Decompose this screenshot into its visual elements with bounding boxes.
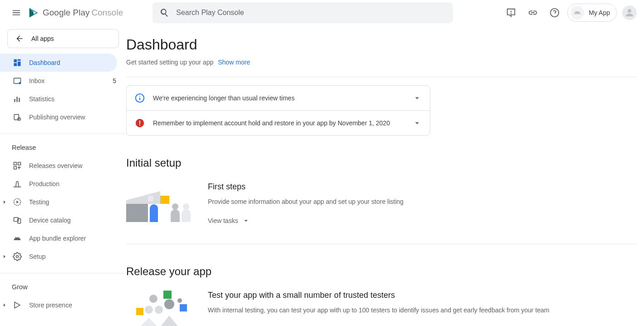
card-test-app: Test your app with a small number of tru… — [126, 291, 637, 326]
sidebar-item-publishing[interactable]: Publishing overview — [0, 108, 126, 126]
account-avatar[interactable] — [622, 5, 637, 20]
svg-point-36 — [183, 203, 189, 210]
app-bundle-icon — [12, 234, 23, 243]
sidebar-item-production[interactable]: Production — [0, 175, 126, 193]
svg-point-40 — [177, 298, 182, 303]
publishing-icon — [12, 113, 23, 122]
card-description: Provide some information about your app … — [208, 197, 580, 207]
android-icon — [573, 8, 582, 17]
info-icon — [135, 93, 145, 103]
svg-rect-11 — [14, 99, 15, 102]
help-button[interactable] — [546, 4, 564, 22]
svg-rect-27 — [139, 121, 140, 124]
chevron-right-icon — [2, 302, 7, 308]
svg-rect-37 — [163, 291, 172, 299]
hamburger-menu-button[interactable] — [7, 4, 25, 22]
show-more-link[interactable]: Show more — [218, 59, 250, 66]
sidebar-item-label: Production — [29, 180, 119, 188]
svg-point-4 — [628, 9, 631, 13]
all-apps-label: All apps — [31, 35, 54, 42]
person-icon — [624, 7, 635, 18]
svg-point-38 — [149, 295, 157, 303]
section-heading-setup: Initial setup — [126, 157, 637, 169]
chevron-right-icon — [2, 199, 7, 205]
sidebar-item-device-catalog[interactable]: Device catalog — [0, 211, 126, 229]
svg-point-25 — [139, 96, 140, 97]
inbox-badge: 5 — [113, 77, 116, 84]
sidebar-item-dashboard[interactable]: Dashboard — [0, 54, 117, 72]
sidebar-item-label: Testing — [29, 198, 119, 206]
svg-point-43 — [155, 306, 163, 314]
search-icon — [160, 8, 170, 18]
svg-rect-41 — [180, 304, 187, 311]
alert-info[interactable]: We're experiencing longer than usual rev… — [127, 86, 430, 110]
svg-point-42 — [145, 306, 153, 314]
sidebar-item-statistics[interactable]: Statistics — [0, 90, 126, 108]
header-actions: My App — [502, 4, 637, 22]
play-logo-icon — [27, 6, 40, 19]
svg-rect-6 — [18, 59, 21, 61]
svg-point-35 — [172, 203, 178, 210]
main-content: Dashboard Get started setting up your ap… — [126, 25, 644, 326]
arrow-left-icon — [15, 34, 24, 43]
svg-rect-16 — [14, 163, 17, 165]
svg-rect-34 — [153, 196, 159, 201]
alerts-panel: We're experiencing longer than usual rev… — [126, 85, 430, 136]
alert-message: Remember to implement account hold and r… — [153, 119, 404, 127]
svg-rect-44 — [136, 308, 143, 315]
sidebar-item-label: Inbox — [29, 77, 113, 84]
sidebar-item-setup[interactable]: Setup — [0, 247, 126, 266]
section-title-release: Release — [0, 141, 126, 157]
feedback-icon — [506, 8, 516, 18]
alert-error[interactable]: Remember to implement account hold and r… — [127, 110, 430, 135]
hamburger-icon — [11, 8, 21, 18]
link-icon — [528, 8, 538, 18]
device-catalog-icon — [12, 216, 23, 225]
svg-rect-18 — [14, 167, 17, 169]
section-heading-release: Release your app — [126, 265, 637, 278]
logo[interactable]: Google PlayConsole — [27, 6, 123, 19]
chevron-down-icon — [242, 217, 250, 225]
sidebar-item-label: Releases overview — [29, 162, 119, 169]
sidebar-item-app-bundle[interactable]: App bundle explorer — [0, 229, 126, 247]
card-first-steps: First steps Provide some information abo… — [126, 182, 637, 244]
dashboard-icon — [12, 58, 23, 67]
sidebar-item-inbox[interactable]: Inbox 5 — [0, 72, 126, 90]
sidebar-item-testing[interactable]: Testing — [0, 193, 126, 211]
search-box[interactable] — [152, 2, 453, 23]
production-icon — [12, 179, 23, 188]
feedback-button[interactable] — [502, 4, 520, 22]
section-title-grow: Grow — [0, 281, 126, 296]
sidebar-item-releases-overview[interactable]: Releases overview — [0, 157, 126, 175]
help-icon — [550, 8, 560, 18]
alert-message: We're experiencing longer than usual rev… — [153, 94, 404, 102]
nav-section-grow: Grow Store presence — [0, 273, 126, 318]
nav-section-release: Release Releases overview Production Tes… — [0, 133, 126, 269]
all-apps-button[interactable]: All apps — [7, 29, 119, 48]
view-tasks-button[interactable]: View tasks — [208, 217, 250, 225]
sidebar-item-store-presence[interactable]: Store presence — [0, 296, 126, 314]
nav-section-main: Dashboard Inbox 5 Statistics Publishing — [0, 54, 126, 130]
svg-marker-32 — [160, 196, 169, 204]
sidebar-item-label: Setup — [29, 253, 119, 260]
app-selector[interactable]: My App — [567, 4, 617, 22]
logo-text: Google PlayConsole — [43, 8, 123, 18]
store-presence-icon — [12, 301, 23, 310]
search-wrap — [152, 2, 453, 23]
svg-point-22 — [16, 256, 19, 258]
sidebar-item-label: Store presence — [29, 301, 119, 309]
svg-rect-8 — [14, 63, 17, 66]
inbox-icon — [12, 76, 23, 85]
error-icon — [135, 118, 145, 128]
svg-rect-7 — [18, 62, 21, 66]
card-title: Test your app with a small number of tru… — [208, 291, 580, 300]
chevron-down-icon — [413, 119, 422, 128]
app-icon — [570, 6, 584, 20]
search-input[interactable] — [176, 9, 446, 17]
illustration-first-steps — [126, 182, 194, 226]
svg-point-1 — [511, 13, 511, 14]
svg-rect-12 — [16, 97, 18, 102]
page-subtitle: Get started setting up your app — [126, 59, 213, 66]
svg-point-10 — [19, 82, 21, 84]
link-button[interactable] — [524, 4, 542, 22]
